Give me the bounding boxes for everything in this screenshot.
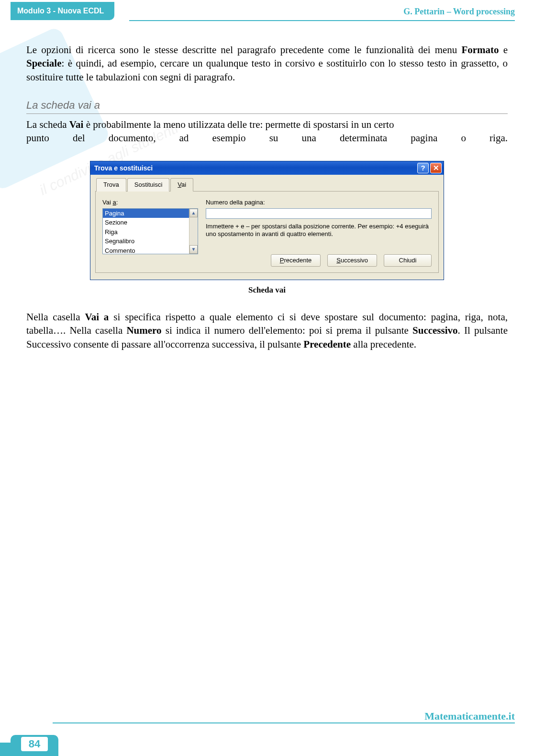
text: alla precedente. <box>351 339 416 350</box>
scroll-up-icon[interactable]: ▲ <box>189 209 198 217</box>
tab-label-rest: ai <box>181 181 186 188</box>
text: e <box>499 44 508 56</box>
tab-vai[interactable]: Vai <box>170 178 193 192</box>
precedente-button[interactable]: Precedente <box>271 254 321 267</box>
dialog-figure: Trova e sostituisci ? ✕ Trova Sostituisc… <box>90 161 444 280</box>
tab-label-u: V <box>178 181 181 188</box>
page-content: Le opzioni di ricerca sono le stesse des… <box>0 24 534 351</box>
scroll-down-icon[interactable]: ▼ <box>189 245 198 254</box>
vai-paragraph-line2: punto del documento, ad esempio su una d… <box>26 131 508 145</box>
numero-input[interactable] <box>206 208 432 219</box>
text: è probabilmente la meno utilizzata delle… <box>83 119 394 130</box>
module-label: Modulo 3 - Nuova ECDL <box>11 2 114 20</box>
text: si indica il numero dell'elemento: poi s… <box>162 325 412 336</box>
vai-a-listbox[interactable]: Pagina Sezione Riga Segnalibro Commento … <box>102 208 198 254</box>
tab-sostituisci[interactable]: Sostituisci <box>127 178 170 192</box>
dialog-tabs: Trova Sostituisci Vai <box>95 178 439 192</box>
section-heading-vai-a: La scheda vai a <box>26 98 508 114</box>
bold-vai-a: Vai a <box>85 311 109 323</box>
footer-rule <box>53 722 515 723</box>
list-item[interactable]: Sezione <box>103 218 189 227</box>
header-rule <box>129 20 515 21</box>
find-replace-dialog: Trova e sostituisci ? ✕ Trova Sostituisc… <box>90 161 444 280</box>
bold-numero: Numero <box>126 325 161 336</box>
page-header: Modulo 3 - Nuova ECDL G. Pettarin – Word… <box>0 0 534 24</box>
footer-band <box>0 743 11 756</box>
close-icon[interactable]: ✕ <box>430 163 442 173</box>
text: Nella casella <box>26 311 85 323</box>
list-item[interactable]: Riga <box>103 227 189 237</box>
help-icon[interactable]: ? <box>417 163 429 173</box>
successivo-button[interactable]: Successivo <box>327 254 377 267</box>
list-item[interactable]: Commento <box>103 246 189 254</box>
author-title: G. Pettarin – Word processing <box>403 7 515 17</box>
bold-formato: Formato <box>461 44 499 56</box>
text: La scheda <box>26 119 69 130</box>
tab-panel-vai: Vai a: Pagina Sezione Riga Segnalibro Co… <box>95 192 439 273</box>
bold-speciale: Speciale <box>26 57 62 69</box>
numero-label: Numero della pagina: <box>206 198 432 207</box>
bold-vai: Vai <box>69 119 84 130</box>
bold-successivo: Successivo <box>412 325 458 336</box>
text: : è quindi, ad esempio, cercare un qualu… <box>26 57 508 82</box>
hint-text: Immettere + e – per spostarsi dalla posi… <box>206 223 432 238</box>
chiudi-button[interactable]: Chiudi <box>384 254 432 267</box>
tab-trova[interactable]: Trova <box>96 178 126 192</box>
text: Le opzioni di ricerca sono le stesse des… <box>26 44 461 56</box>
footer-site: Matematicamente.it <box>424 710 515 722</box>
list-item[interactable]: Pagina <box>103 209 189 218</box>
explain-paragraph: Nella casella Vai a si specifica rispett… <box>26 310 508 351</box>
page-number-wrap: 84 <box>11 735 58 756</box>
intro-paragraph: Le opzioni di ricerca sono le stesse des… <box>26 43 508 84</box>
vai-a-label: Vai a: <box>102 198 198 207</box>
scrollbar[interactable]: ▲ ▼ <box>189 209 198 254</box>
page-footer: Matematicamente.it 84 <box>0 722 534 756</box>
vai-paragraph: La scheda Vai è probabilmente la meno ut… <box>26 118 508 131</box>
dialog-titlebar[interactable]: Trova e sostituisci ? ✕ <box>90 161 444 175</box>
bold-precedente: Precedente <box>303 339 351 350</box>
figure-caption: Scheda vai <box>26 285 508 296</box>
tab-label: Trova <box>103 181 119 188</box>
tab-label: Sostituisci <box>134 181 163 188</box>
list-item[interactable]: Segnalibro <box>103 237 189 246</box>
page-number: 84 <box>21 737 48 751</box>
dialog-title: Trova e sostituisci <box>94 164 153 173</box>
